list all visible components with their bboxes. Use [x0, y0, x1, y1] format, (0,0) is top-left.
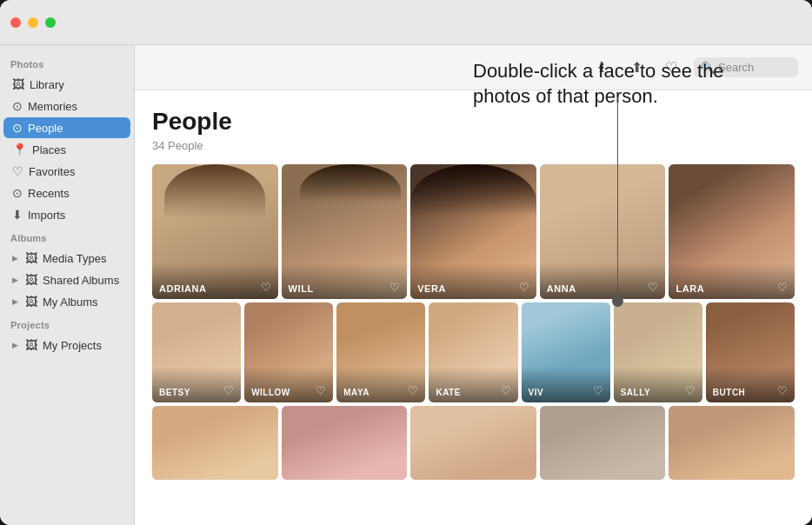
large-photo-row: ADRIANA ♡ WILL ♡	[152, 164, 795, 299]
search-box[interactable]: 🔍	[694, 57, 798, 77]
person-card-vera[interactable]: VERA ♡	[410, 164, 536, 299]
person-card-r3a[interactable]	[152, 406, 278, 480]
media-types-icon: 🖼	[25, 251, 37, 265]
person-name: Maya	[343, 388, 369, 397]
sidebar-item-label: Recents	[28, 187, 70, 200]
library-icon: 🖼	[12, 77, 24, 91]
people-icon: ⊙	[12, 121, 23, 135]
people-content: People 34 People ADRIANA ♡	[135, 90, 812, 525]
sidebar-item-people[interactable]: ⊙ People	[3, 117, 130, 138]
sidebar-item-places[interactable]: 📍 Places	[3, 139, 130, 160]
recents-icon: ⊙	[12, 186, 23, 200]
sidebar-item-label: Library	[30, 78, 64, 91]
sidebar-item-label: Shared Albums	[43, 274, 119, 287]
heart-icon: ♡	[261, 281, 271, 294]
titlebar	[0, 0, 812, 45]
heart-icon: ♡	[223, 384, 234, 397]
search-icon: 🔍	[701, 61, 715, 74]
sidebar-item-media-types[interactable]: ▶ 🖼 Media Types	[3, 248, 130, 269]
sidebar-item-imports[interactable]: ⬇ Imports	[3, 204, 130, 225]
person-name: LARA	[676, 283, 704, 294]
photos-section-label: Photos	[0, 52, 134, 73]
maximize-button[interactable]	[45, 17, 56, 28]
small-photo-row: Betsy ♡ Willow ♡	[152, 302, 795, 402]
sidebar-item-label: Media Types	[43, 252, 106, 265]
person-name: Willow	[251, 388, 290, 397]
sidebar-item-label: Favorites	[29, 165, 75, 178]
sidebar-item-favorites[interactable]: ♡ Favorites	[3, 161, 130, 182]
sidebar-item-label: People	[28, 122, 63, 135]
person-name: Betsy	[159, 388, 190, 397]
page-title: People	[152, 108, 795, 136]
person-name: Butch	[713, 388, 746, 397]
expand-icon: ▶	[12, 341, 18, 349]
sidebar-item-label: Memories	[28, 100, 77, 113]
imports-icon: ⬇	[12, 208, 23, 222]
person-name: VERA	[417, 283, 446, 294]
heart-icon: ♡	[593, 384, 603, 397]
person-card-adriana[interactable]: ADRIANA ♡	[152, 164, 278, 299]
toolbar: ℹ ⬆ ♡ 🔍	[135, 45, 812, 90]
search-input[interactable]	[718, 61, 788, 74]
sidebar-item-memories[interactable]: ⊙ Memories	[3, 96, 130, 116]
people-count: 34 People	[152, 139, 795, 152]
person-card-lara[interactable]: LARA ♡	[669, 164, 795, 299]
tiny-photo-row	[152, 406, 795, 480]
expand-icon: ▶	[12, 276, 18, 284]
close-button[interactable]	[10, 17, 21, 28]
sidebar: Photos 🖼 Library ⊙ Memories ⊙ People 📍 P…	[0, 45, 135, 525]
content: ℹ ⬆ ♡ 🔍 People 34 People	[135, 45, 812, 525]
person-card-r3c[interactable]	[410, 406, 536, 480]
minimize-button[interactable]	[28, 17, 38, 28]
person-name: ANNA	[547, 283, 576, 294]
content-area: Double-click a face to see the photos of…	[135, 45, 812, 525]
heart-icon: ♡	[648, 281, 658, 294]
photo-grid: ADRIANA ♡ WILL ♡	[152, 164, 795, 480]
sidebar-item-recents[interactable]: ⊙ Recents	[3, 183, 130, 203]
person-card-r3d[interactable]	[540, 406, 666, 480]
heart-icon: ♡	[519, 281, 529, 294]
person-card-betsy[interactable]: Betsy ♡	[152, 302, 241, 402]
heart-icon: ♡	[777, 281, 788, 294]
sidebar-item-my-albums[interactable]: ▶ 🖼 My Albums	[3, 291, 130, 312]
person-card-viv[interactable]: Viv ♡	[522, 302, 610, 402]
person-card-r3b[interactable]	[282, 406, 408, 480]
sidebar-item-label: Places	[32, 143, 66, 156]
person-card-sally[interactable]: Sally ♡	[614, 302, 702, 402]
person-name: Sally	[621, 388, 650, 397]
person-card-kate[interactable]: Kate ♡	[429, 302, 517, 402]
sidebar-item-label: My Albums	[43, 296, 98, 309]
sidebar-item-library[interactable]: 🖼 Library	[3, 74, 130, 95]
heart-icon: ♡	[389, 281, 400, 294]
person-card-r3e[interactable]	[669, 406, 795, 480]
places-icon: 📍	[12, 143, 27, 156]
person-card-maya[interactable]: Maya ♡	[336, 302, 425, 402]
person-card-butch[interactable]: Butch ♡	[706, 302, 795, 402]
heart-icon: ♡	[777, 384, 788, 397]
share-button[interactable]: ⬆	[624, 56, 649, 80]
favorites-icon: ♡	[12, 164, 23, 178]
heart-icon: ♡	[316, 384, 326, 397]
expand-icon: ▶	[12, 297, 18, 306]
heart-icon: ♡	[685, 384, 696, 397]
person-card-willow[interactable]: Willow ♡	[244, 302, 333, 402]
app-window: Photos 🖼 Library ⊙ Memories ⊙ People 📍 P…	[0, 0, 812, 525]
favorite-button[interactable]: ♡	[659, 56, 683, 80]
sidebar-item-my-projects[interactable]: ▶ 🖼 My Projects	[3, 335, 130, 356]
person-name: Kate	[436, 388, 460, 397]
person-card-will[interactable]: WILL ♡	[282, 164, 408, 299]
heart-icon: ♡	[408, 384, 418, 397]
sidebar-item-shared-albums[interactable]: ▶ 🖼 Shared Albums	[3, 269, 130, 290]
info-button[interactable]: ℹ	[589, 56, 614, 80]
person-name: Viv	[529, 388, 544, 397]
heart-icon: ♡	[501, 384, 511, 397]
albums-section-label: Albums	[0, 226, 134, 247]
person-name: WILL	[289, 283, 314, 294]
traffic-lights	[10, 17, 56, 28]
shared-albums-icon: 🖼	[25, 273, 37, 287]
person-card-anna[interactable]: ANNA ♡	[540, 164, 666, 299]
person-name: ADRIANA	[159, 283, 207, 294]
memories-icon: ⊙	[12, 99, 23, 113]
sidebar-item-label: My Projects	[43, 339, 102, 352]
sidebar-item-label: Imports	[28, 209, 65, 222]
